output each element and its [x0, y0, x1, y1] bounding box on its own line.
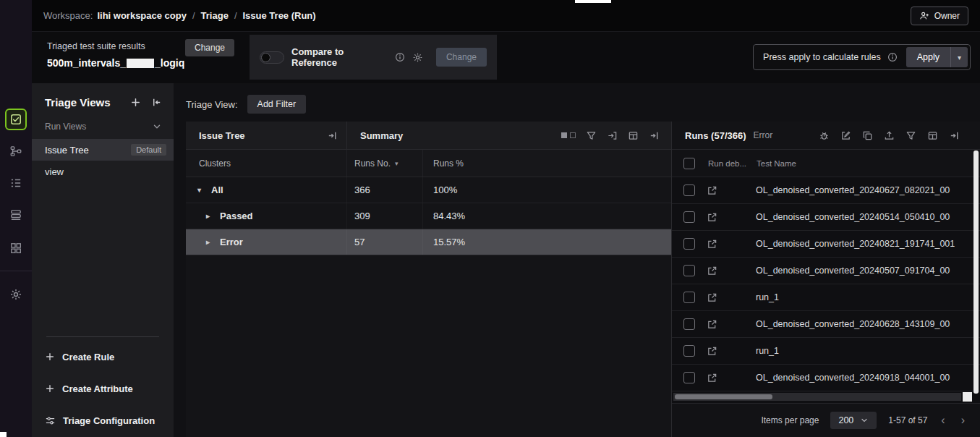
expand-caret-icon[interactable]: ▾	[197, 186, 205, 194]
sort-caret-icon: ▾	[395, 160, 399, 167]
next-page-button[interactable]: ›	[959, 414, 967, 427]
open-run-button[interactable]	[707, 185, 717, 196]
open-run-button[interactable]	[707, 212, 717, 223]
column-runs-no[interactable]: Runs No. ▾	[347, 150, 423, 177]
apply-dropdown-caret[interactable]: ▾	[950, 47, 968, 67]
run-row[interactable]: OL_denoised_converted_20240918_044001_00	[672, 365, 980, 391]
run-row[interactable]: OL_denoised_converted_20240507_091704_00	[672, 258, 980, 284]
select-all-checkbox[interactable]	[683, 158, 695, 169]
runs-pct-cell: 15.57%	[423, 229, 671, 255]
create-attribute-button[interactable]: Create Attribute	[32, 377, 174, 400]
runs-filter-button[interactable]	[906, 130, 916, 141]
run-row[interactable]: run_1	[672, 284, 980, 311]
rail-issue-tree-button[interactable]	[5, 140, 27, 162]
cluster-row-all[interactable]: ▾ All 366 100%	[186, 177, 671, 203]
open-run-button[interactable]	[707, 239, 717, 250]
add-filter-button[interactable]: Add Filter	[247, 95, 307, 114]
compare-settings-icon[interactable]	[412, 52, 423, 63]
panel-divider	[46, 336, 159, 337]
toolbar: Triaged test suite results 500m_interval…	[32, 32, 980, 83]
add-view-button[interactable]	[130, 97, 141, 108]
external-link-icon	[707, 373, 717, 383]
triage-configuration-button[interactable]: Triage Configuration	[32, 409, 174, 432]
summary-table-button[interactable]	[628, 130, 639, 141]
row-checkbox[interactable]	[683, 265, 695, 276]
row-checkbox[interactable]	[683, 292, 695, 303]
grid-panel-headers: Issue Tree Summary	[186, 122, 671, 150]
horizontal-scrollbar-thumb[interactable]	[675, 394, 772, 399]
runs-table-button[interactable]	[927, 130, 938, 141]
runs-pct-cell: 100%	[423, 177, 671, 203]
horizontal-scrollbar-track[interactable]	[673, 393, 961, 401]
create-rule-button[interactable]: Create Rule	[32, 345, 174, 368]
edit-button[interactable]	[840, 130, 851, 141]
run-row[interactable]: OL_denoised_converted_20240821_191741_00…	[672, 231, 980, 258]
run-row[interactable]: run_1	[672, 338, 980, 365]
collapse-right-icon	[649, 130, 660, 141]
page-size-select[interactable]: 200	[830, 412, 877, 429]
rail-list-button[interactable]	[5, 172, 27, 194]
compare-change-button-disabled[interactable]: Change	[436, 48, 487, 67]
cluster-row-error[interactable]: ▸ Error 57 15.57%	[186, 229, 671, 255]
compare-to-reference-panel: Compare to Reference Change	[250, 35, 497, 80]
vertical-scrollbar-thumb[interactable]	[973, 150, 979, 394]
collapse-panel-button[interactable]	[151, 97, 162, 108]
view-item-issue-tree[interactable]: Issue Tree Default	[32, 139, 174, 161]
copy-button[interactable]	[862, 130, 873, 141]
run-row[interactable]: OL_denoised_converted_20240627_082021_00	[672, 177, 980, 204]
run-row[interactable]: OL_denoised_converted_20240628_143109_00	[672, 311, 980, 338]
prev-page-button[interactable]: ‹	[939, 414, 947, 427]
runs-collapse-button[interactable]	[949, 130, 960, 141]
upload-icon	[884, 130, 895, 141]
cluster-label: Passed	[220, 211, 253, 221]
debug-button[interactable]	[819, 130, 830, 141]
open-run-button[interactable]	[707, 346, 717, 357]
run-views-section-header[interactable]: Run Views	[32, 117, 174, 139]
view-item-view[interactable]: view	[32, 161, 174, 182]
row-checkbox[interactable]	[683, 372, 695, 383]
summary-filter-button[interactable]	[586, 130, 597, 141]
funnel-icon	[586, 130, 597, 141]
apply-button[interactable]: Apply	[906, 47, 950, 67]
row-checkbox[interactable]	[683, 238, 695, 250]
row-checkbox[interactable]	[683, 345, 695, 357]
run-row[interactable]: OL_denoised_converted_20240514_050410_00	[672, 204, 980, 231]
row-checkbox[interactable]	[683, 211, 695, 223]
row-checkbox[interactable]	[683, 318, 695, 330]
open-run-button[interactable]	[707, 319, 717, 330]
rail-layers-button[interactable]	[5, 204, 27, 226]
expand-caret-icon[interactable]: ▸	[206, 212, 214, 220]
summary-collapse-button[interactable]	[649, 130, 660, 141]
row-checkbox[interactable]	[683, 184, 695, 196]
column-run-debug: Run deb...	[708, 159, 757, 168]
app-root: Workspace: lihi workspace copy / Triage …	[0, 0, 980, 437]
summary-export-button[interactable]	[607, 130, 618, 141]
issue-tree-collapse-button[interactable]	[327, 130, 338, 141]
suite-name-prefix: 500m_intervals_	[47, 57, 126, 69]
open-run-button[interactable]	[707, 266, 717, 276]
expand-caret-icon[interactable]: ▸	[206, 238, 214, 246]
chevron-down-icon	[860, 416, 869, 425]
open-run-button[interactable]	[707, 373, 717, 383]
breadcrumb-triage[interactable]: Triage	[201, 10, 229, 21]
rail-triage-views-button[interactable]	[5, 109, 27, 130]
rail-dashboard-button[interactable]	[5, 237, 27, 259]
change-suite-button[interactable]: Change	[185, 39, 234, 56]
rail-settings-button[interactable]	[5, 284, 27, 305]
summary-header: Summary	[347, 122, 671, 149]
cluster-row-passed[interactable]: ▸ Passed 309 84.43%	[186, 203, 671, 229]
test-name: OL_denoised_converted_20240918_044001_00	[756, 373, 980, 383]
external-link-icon	[707, 346, 717, 357]
upload-button[interactable]	[884, 130, 895, 141]
compare-info-icon[interactable]	[395, 52, 405, 62]
owner-button[interactable]: Owner	[911, 7, 968, 25]
view-density-toggle-icon[interactable]	[561, 132, 576, 138]
apply-rules-panel: Press apply to calculate rules Apply ▾	[753, 44, 971, 70]
apply-info-icon[interactable]	[887, 52, 898, 62]
breadcrumb-workspace[interactable]: lihi workspace copy	[97, 10, 187, 21]
open-run-button[interactable]	[707, 292, 717, 303]
square-outline-icon	[570, 132, 576, 138]
compare-toggle[interactable]	[260, 51, 284, 64]
collapse-right-icon	[327, 130, 338, 141]
collapse-left-icon	[151, 97, 162, 108]
